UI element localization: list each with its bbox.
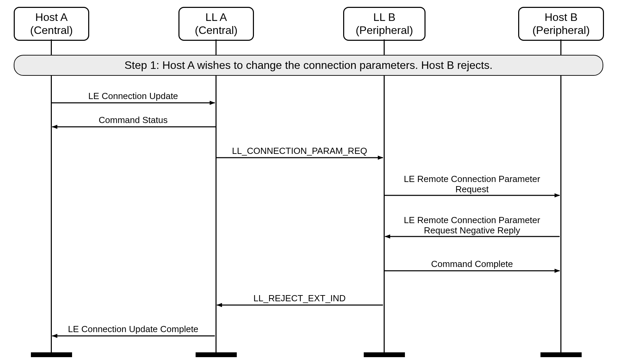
message-label: Command Status [51, 115, 215, 125]
message-label: LL_REJECT_EXT_IND [216, 293, 383, 304]
message-label: Command Complete [384, 259, 560, 269]
message-label: LL_CONNECTION_PARAM_REQ [216, 146, 383, 156]
lifeline-endcap [364, 352, 405, 357]
lifeline-endcap [196, 352, 237, 357]
lifeline-endcap [31, 352, 72, 357]
message-label: LE Remote Connection Parameter Request [384, 174, 560, 195]
lifeline-endcap [540, 352, 582, 357]
message-label: LE Connection Update Complete [51, 324, 215, 335]
message-label: LE Connection Update [51, 91, 215, 101]
sequence-diagram: Host A (Central) LL A (Central) LL B (Pe… [7, 7, 610, 357]
message-label: LE Remote Connection Parameter Request N… [384, 215, 560, 236]
